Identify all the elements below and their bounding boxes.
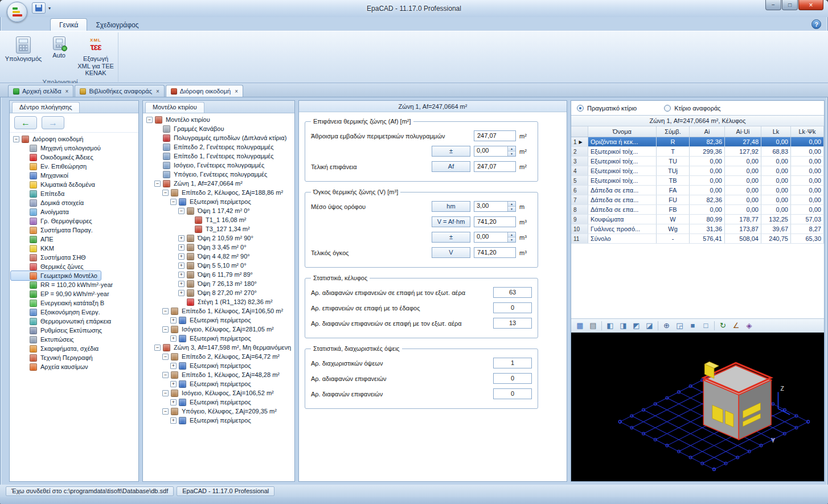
model-tree-item[interactable]: −Επίπεδο 1, Κέλυφος, ΣΑj=48,28 m²: [144, 370, 283, 379]
expand-icon[interactable]: +: [170, 399, 177, 405]
close-tab-icon[interactable]: ×: [156, 88, 159, 95]
column-header-symbol[interactable]: Σύμβ.: [657, 126, 690, 137]
solid-view-icon[interactable]: ■: [687, 320, 699, 331]
model-tree-item[interactable]: −Επίπεδο 2, Κέλυφος, ΣΑj=64,72 m²: [144, 352, 283, 361]
expand-icon[interactable]: +: [178, 235, 185, 241]
expand-icon[interactable]: +: [178, 253, 185, 260]
model-tree-item[interactable]: +Εξωτερική περίμετρος: [144, 416, 255, 425]
model-tree-item[interactable]: +Εξωτερική περίμετρος: [144, 334, 255, 343]
volume-final-value[interactable]: 741,20: [474, 247, 516, 258]
table-row[interactable]: 5Εξωτερικοί τοίχ...TB0,000,000,000,00: [571, 176, 824, 186]
area-sum-value[interactable]: 247,07: [474, 130, 516, 141]
model-tree-item[interactable]: Πολυγραμμές εμποδίων (Διπλανά κτίρια): [144, 133, 290, 142]
model-tree-item[interactable]: +Όψη 2 10,59 m² 90°: [144, 233, 257, 243]
nav-tree-item[interactable]: Συστήματα ΣΗΘ: [11, 253, 89, 262]
nav-tree-item[interactable]: Αρχεία καυσίμων: [11, 362, 92, 371]
expand-icon[interactable]: +: [178, 244, 185, 251]
expand-icon[interactable]: +: [178, 263, 185, 269]
collapse-icon[interactable]: −: [162, 190, 169, 196]
column-header-lk[interactable]: Lk: [761, 126, 791, 137]
nav-tree-item[interactable]: Ανοίγματα: [11, 207, 72, 216]
expand-icon[interactable]: +: [178, 272, 185, 278]
model-tree-item[interactable]: T3_127 1,34 m²: [144, 224, 253, 233]
nav-tree-item[interactable]: Γεωμετρικό Μοντέλο: [11, 271, 101, 280]
volume-adjust-value[interactable]: 0,00: [474, 232, 507, 242]
collapse-icon[interactable]: −: [162, 308, 169, 314]
expand-icon[interactable]: +: [170, 335, 177, 342]
expand-icon[interactable]: +: [178, 290, 185, 296]
collapse-icon[interactable]: −: [162, 372, 169, 378]
area-adjust-input[interactable]: 0,00 ▲ ▼: [474, 146, 516, 157]
spin-down-icon[interactable]: ▼: [508, 151, 515, 156]
auto-calc-button[interactable]: Auto: [43, 35, 75, 79]
table-row[interactable]: 4Εξωτερικοί τοίχ...TUj0,000,000,000,00: [571, 166, 824, 176]
model-tree-item[interactable]: +Όψη 8 27,20 m² 270°: [144, 288, 260, 297]
nav-tree-item[interactable]: −Διόροφη οικοδομή: [11, 134, 87, 144]
nav-tree-item[interactable]: Συστήματα Παραγ.: [11, 226, 96, 235]
nav-tree-item[interactable]: Εκτυπώσεις: [11, 335, 77, 344]
nav-tree-item[interactable]: Ρυθμίσεις Εκτύπωσης: [11, 326, 105, 335]
nav-tree-item[interactable]: ΑΠΕ: [11, 235, 57, 244]
volume-height-input[interactable]: 3,00 ▲ ▼: [474, 201, 516, 212]
expand-icon[interactable]: +: [170, 417, 177, 424]
model-tree-item[interactable]: Υπόγειο, Γενέτειρες πολυγραμμές: [144, 170, 270, 179]
nav-tree-item[interactable]: Θερμομονωτική επάρκεια: [11, 317, 114, 326]
collapse-icon[interactable]: −: [154, 345, 161, 351]
zoom-extents-icon[interactable]: ◲: [674, 320, 686, 331]
quick-save-button[interactable]: [32, 2, 46, 14]
view-ne-icon[interactable]: ◩: [630, 320, 642, 331]
spin-down-icon[interactable]: ▼: [508, 206, 515, 211]
model-tree-item[interactable]: +Εξωτερική περίμετρος: [144, 315, 255, 325]
nav-back-button[interactable]: ←: [14, 116, 37, 129]
model-tree-item[interactable]: −Εξωτερική περίμετρος: [144, 197, 255, 206]
nav-tree-item[interactable]: Σκαριφήματα, σχέδια: [11, 344, 102, 353]
spin-up-icon[interactable]: ▲: [508, 232, 515, 237]
export-xml-button[interactable]: XML τεε Εξαγωγή XML για ΤΕΕ ΚΕΝΑΚ: [76, 35, 116, 79]
table-row[interactable]: 3Εξωτερικοί τοίχ...TU0,000,000,000,00: [571, 157, 824, 166]
model-tree-item[interactable]: −Ισόγειο, Κέλυφος, ΣΑj=281,05 m²: [144, 325, 277, 334]
expand-icon[interactable]: +: [170, 317, 177, 323]
column-header-ai[interactable]: Ai: [690, 126, 725, 137]
area-adjust-value[interactable]: 0,00: [474, 146, 507, 156]
collapse-icon[interactable]: −: [146, 117, 153, 123]
table-row[interactable]: 1▶Οριζόντια ή κεκ...R82,3627,480,000,00: [571, 137, 824, 147]
collapse-icon[interactable]: −: [170, 199, 177, 205]
help-icon[interactable]: ?: [811, 19, 821, 29]
table-row[interactable]: 6Δάπεδα σε επα...FA0,000,000,000,00: [571, 186, 824, 195]
nav-tree-item[interactable]: RR = 110,20 kWh/m²·year: [11, 280, 116, 289]
collapse-icon[interactable]: −: [178, 208, 185, 214]
model-tree-item[interactable]: Επίπεδο 2, Γενέτειρες πολυγραμμές: [144, 142, 277, 151]
model-tree-item[interactable]: +Όψη 5 5,10 m² 0°: [144, 261, 250, 270]
collapse-icon[interactable]: −: [162, 354, 169, 360]
nav-tree-item[interactable]: Δομικά στοιχεία: [11, 198, 87, 207]
expand-icon[interactable]: +: [170, 363, 177, 369]
table-row[interactable]: 11Σύνολο-576,41508,04240,7565,30: [571, 234, 824, 244]
collapse-icon[interactable]: −: [154, 181, 161, 187]
table-row[interactable]: 7Δάπεδα σε επα...FU82,360,000,000,00: [571, 195, 824, 205]
nav-tree-item[interactable]: Ενεργειακή κατάταξη Β: [11, 298, 108, 308]
model-tree-item[interactable]: −Υπόγειο, Κέλυφος, ΣΑj=209,35 m²: [144, 407, 280, 416]
model-tree-item[interactable]: −Ζώνη 3, Af=147,598 m², Μη θερμαινόμενη: [144, 343, 294, 352]
render-icon[interactable]: ◈: [743, 320, 755, 331]
view-nw-icon[interactable]: ◪: [643, 320, 655, 331]
model-tree-item[interactable]: +Όψη 7 26,13 m² 180°: [144, 279, 260, 288]
save-icon[interactable]: ▦: [574, 320, 586, 331]
spin-up-icon[interactable]: ▲: [508, 202, 515, 206]
ribbon-tab-general[interactable]: Γενικά: [50, 18, 87, 31]
doc-tab-building[interactable]: Διόροφη οικοδομή ×: [166, 85, 243, 97]
qat-dropdown-icon[interactable]: ▾: [47, 6, 52, 11]
nav-tree-item[interactable]: Επίπεδα: [11, 189, 68, 198]
model-tree-item[interactable]: T1_1 16,08 m²: [144, 215, 250, 224]
model-panel-tab[interactable]: Μοντέλο κτιρίου: [145, 102, 204, 113]
close-tab-icon[interactable]: ×: [235, 88, 238, 95]
navigation-panel-tab[interactable]: Δέντρο πλοήγησης: [12, 102, 80, 113]
viewport-3d[interactable]: Z Y: [571, 333, 824, 481]
volume-adjust-input[interactable]: 0,00 ▲ ▼: [474, 232, 516, 243]
model-tree-item[interactable]: −Ζώνη 1, Af=247,0664 m²: [144, 179, 246, 188]
expand-icon[interactable]: +: [178, 281, 185, 287]
maximize-button[interactable]: □: [782, 0, 798, 10]
collapse-icon[interactable]: −: [13, 136, 19, 142]
close-button[interactable]: ×: [798, 0, 823, 10]
model-tree-item[interactable]: +Εξωτερική περίμετρος: [144, 398, 255, 407]
table-row[interactable]: 9ΚουφώματαW80,99178,77132,2557,03: [571, 215, 824, 224]
